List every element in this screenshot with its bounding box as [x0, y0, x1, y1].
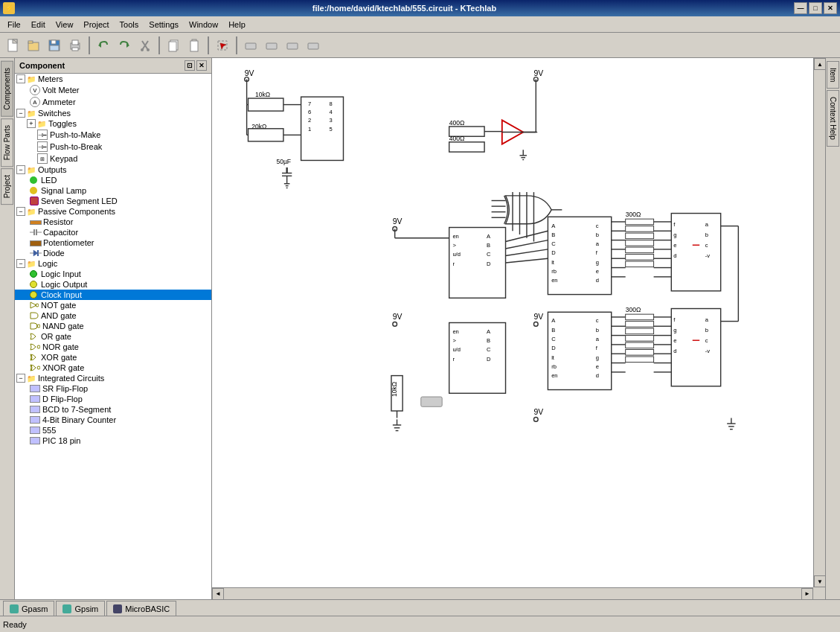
item-nor-gate[interactable]: NOR gate: [15, 342, 211, 352]
menu-file[interactable]: File: [3, 19, 25, 31]
svg-text:u/d: u/d: [452, 346, 461, 353]
item-sr-flip-flop[interactable]: SR Flip-Flop: [15, 383, 211, 394]
tab-gpsim[interactable]: Gpsim: [56, 601, 105, 616]
expand-ics[interactable]: −: [16, 374, 25, 383]
item-xor-gate[interactable]: XOR gate: [15, 352, 211, 363]
expand-logic[interactable]: −: [16, 259, 25, 268]
btn-8[interactable]: [304, 36, 323, 55]
expand-toggles[interactable]: +: [27, 119, 36, 128]
redo-button[interactable]: [115, 36, 134, 55]
svg-rect-164: [626, 342, 654, 348]
new-button[interactable]: [3, 36, 22, 55]
horizontal-scrollbar[interactable]: ◄ ►: [212, 587, 813, 599]
item-seven-seg[interactable]: Seven Segment LED: [15, 196, 211, 206]
tab-components[interactable]: Components: [1, 61, 13, 117]
item-or-gate[interactable]: OR gate: [15, 331, 211, 342]
tab-project[interactable]: Project: [1, 168, 13, 205]
item-diode[interactable]: Diode: [15, 248, 211, 258]
item-potentiometer[interactable]: Potentiometer: [15, 237, 211, 248]
sr-icon: [30, 385, 40, 392]
expand-switches[interactable]: −: [16, 109, 25, 118]
copy-button[interactable]: [164, 36, 183, 55]
panel-close-btn[interactable]: ✕: [196, 60, 207, 71]
scroll-right-btn[interactable]: ►: [801, 588, 813, 600]
item-led[interactable]: LED: [15, 175, 211, 185]
item-logic-output[interactable]: Logic Output: [15, 279, 211, 290]
svg-text:e: e: [596, 268, 599, 275]
ics-label: Integrated Circuits: [38, 374, 104, 383]
bottom-tabs: Gpasm Gpsim MicroBASIC: [0, 599, 840, 616]
item-capacitor[interactable]: Capacitor: [15, 227, 211, 237]
panel-float-btn[interactable]: ⊡: [185, 60, 195, 71]
tab-item[interactable]: Item: [827, 61, 839, 89]
save-button[interactable]: [45, 36, 64, 55]
menu-edit[interactable]: Edit: [27, 19, 50, 31]
tab-flow-parts[interactable]: Flow Parts: [1, 118, 13, 167]
item-nand-gate[interactable]: NAND gate: [15, 321, 211, 331]
item-ammeter[interactable]: A Ammeter: [15, 96, 211, 108]
category-meters[interactable]: − 📁 Meters: [15, 74, 211, 84]
item-not-gate[interactable]: NOT gate: [15, 300, 211, 310]
not-gate-icon: [30, 301, 39, 309]
select-button[interactable]: [213, 36, 232, 55]
close-button[interactable]: ✕: [824, 2, 837, 14]
undo-button[interactable]: [94, 36, 113, 55]
tab-context-help[interactable]: Context Help: [827, 90, 839, 147]
minimize-button[interactable]: —: [794, 2, 807, 14]
svg-text:9V: 9V: [533, 408, 543, 416]
item-resistor[interactable]: Resistor: [15, 217, 211, 227]
category-ics[interactable]: − 📁 Integrated Circuits: [15, 373, 211, 383]
toggles-label: Toggles: [48, 119, 77, 128]
item-d-flip-flop[interactable]: D Flip-Flop: [15, 394, 211, 404]
menu-project[interactable]: Project: [79, 19, 113, 31]
category-outputs[interactable]: − 📁 Outputs: [15, 165, 211, 175]
item-4bit-counter[interactable]: 4-Bit Binary Counter: [15, 415, 211, 425]
maximize-button[interactable]: □: [809, 2, 822, 14]
scroll-left-btn[interactable]: ◄: [212, 588, 224, 600]
svg-text:rb: rb: [551, 268, 557, 275]
item-push-to-break[interactable]: ⊣⊢ Push-to-Break: [15, 141, 211, 153]
category-toggles[interactable]: + 📁 Toggles: [15, 118, 211, 129]
category-switches[interactable]: − 📁 Switches: [15, 108, 211, 118]
btn-6[interactable]: [262, 36, 281, 55]
keypad-label: Keypad: [50, 154, 77, 163]
item-logic-input[interactable]: Logic Input: [15, 269, 211, 279]
menu-settings[interactable]: Settings: [144, 19, 183, 31]
svg-text:B: B: [487, 337, 490, 344]
menu-help[interactable]: Help: [224, 19, 250, 31]
svg-text:d: d: [673, 348, 676, 354]
tab-gpasm[interactable]: Gpasm: [3, 601, 54, 616]
btn-5[interactable]: [241, 36, 260, 55]
svg-text:en: en: [551, 277, 557, 284]
item-signal-lamp[interactable]: Signal Lamp: [15, 185, 211, 196]
meters-icon: 📁: [27, 75, 36, 83]
svg-text:400Ω: 400Ω: [449, 135, 465, 142]
menu-view[interactable]: View: [51, 19, 78, 31]
expand-outputs[interactable]: −: [16, 165, 25, 174]
btn-7[interactable]: [283, 36, 302, 55]
item-volt-meter[interactable]: V Volt Meter: [15, 84, 211, 96]
scroll-down-btn[interactable]: ▼: [814, 575, 825, 587]
item-clock-input[interactable]: Clock Input: [15, 290, 211, 300]
item-push-to-make[interactable]: ⊣⊢ Push-to-Make: [15, 129, 211, 141]
cut-button[interactable]: [135, 36, 155, 55]
item-555[interactable]: 555: [15, 425, 211, 435]
item-pic18[interactable]: PIC 18 pin: [15, 435, 211, 446]
open-button[interactable]: [24, 36, 43, 55]
item-and-gate[interactable]: AND gate: [15, 310, 211, 321]
paste-button[interactable]: [185, 36, 204, 55]
tab-microbasic[interactable]: MicroBASIC: [106, 601, 176, 616]
category-passive[interactable]: − 📁 Passive Components: [15, 206, 211, 217]
item-xnor-gate[interactable]: XNOR gate: [15, 363, 211, 373]
scroll-up-btn[interactable]: ▲: [814, 58, 825, 70]
expand-passive[interactable]: −: [16, 207, 25, 216]
vertical-scrollbar[interactable]: ▲ ▼: [813, 58, 825, 587]
menu-window[interactable]: Window: [185, 19, 222, 31]
print-button[interactable]: [65, 36, 85, 55]
item-bcd-7seg[interactable]: BCD to 7-Segment: [15, 404, 211, 415]
menu-tools[interactable]: Tools: [115, 19, 144, 31]
expand-meters[interactable]: −: [16, 74, 25, 83]
category-logic[interactable]: − 📁 Logic: [15, 258, 211, 269]
svg-text:c: c: [705, 242, 708, 249]
item-keypad[interactable]: ⊞ Keypad: [15, 153, 211, 165]
